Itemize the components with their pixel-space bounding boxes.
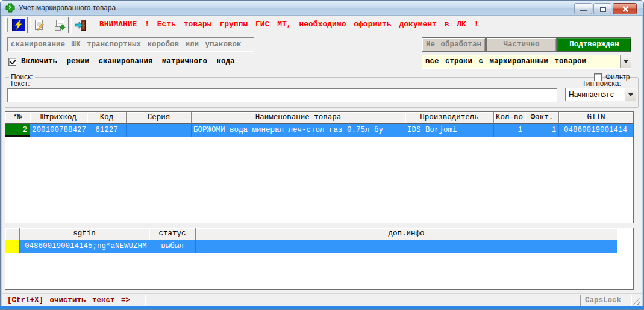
minimize-button[interactable] <box>574 3 592 14</box>
matrix-mode-label: Включить режим сканирования матричного к… <box>21 57 235 66</box>
header-filler <box>617 228 633 240</box>
column-header-num[interactable]: *№ <box>5 112 30 124</box>
info-cell <box>196 240 617 253</box>
fact-cell: 1 <box>525 124 559 137</box>
rows-filter-value: все строки с маркированным товаром <box>422 55 620 68</box>
warning-text: ВНИМАНИЕ ! Есть товары группы ГИС МТ, не… <box>99 16 479 34</box>
toolbar-grip[interactable] <box>5 18 8 32</box>
search-type-label: Тип поиска: <box>582 79 621 88</box>
series-cell <box>127 124 192 137</box>
barcode-cell: 200100788427 <box>30 124 87 137</box>
row-number-cell: 2 <box>5 124 30 137</box>
items-table: *№ Штрихкод Код Серия Наименование товар… <box>5 111 634 223</box>
edit-document-icon <box>33 19 45 31</box>
column-header-manufacturer[interactable]: Производитель <box>405 112 494 124</box>
filter-partial-button[interactable]: Частично <box>486 37 557 52</box>
sgtin-cell: 048600190014145;ng*aNEWUZHM <box>20 240 149 253</box>
column-header-code[interactable]: Код <box>87 112 127 124</box>
filter-not-processed-button[interactable]: Не обработан <box>422 37 486 52</box>
export-button[interactable] <box>51 17 69 33</box>
column-header-selector[interactable] <box>5 228 20 240</box>
column-header-gtin[interactable]: GTIN <box>559 112 633 124</box>
pharmacy-cross-icon[interactable] <box>5 3 15 13</box>
screen: Учет маркированного товара <box>0 0 644 310</box>
matrix-mode-checkbox[interactable] <box>8 58 16 66</box>
column-header-qty[interactable]: Кол-во <box>494 112 525 124</box>
resize-grip[interactable] <box>633 297 640 305</box>
chevron-down-icon <box>624 60 628 63</box>
export-document-icon <box>54 19 66 31</box>
restore-button[interactable] <box>593 3 611 14</box>
sgtin-marker-cell <box>5 240 20 253</box>
restore-icon <box>600 7 606 12</box>
search-text-label: Текст: <box>10 79 30 88</box>
clear-text-hint: [Ctrl+X] очистить текст => <box>5 294 143 307</box>
window-bottom-edge <box>0 306 644 309</box>
statusbar-divider <box>580 295 581 306</box>
column-header-status[interactable]: статус <box>149 228 196 240</box>
process-button[interactable] <box>10 17 28 33</box>
capslock-indicator: CapsLock <box>585 294 621 307</box>
search-type-value: Начинается с <box>566 88 625 101</box>
column-header-sgtin[interactable]: sgtin <box>20 228 149 240</box>
manufacturer-cell: IDS Borjomi <box>405 124 494 137</box>
search-type-dropdown[interactable]: Начинается с <box>565 88 636 101</box>
sgtin-table-header: sgtin статус доп.инфо <box>5 228 633 240</box>
code-cell: 61227 <box>87 124 127 137</box>
items-table-row[interactable]: 2 200100788427 61227 БОРЖОМИ вода минера… <box>5 124 633 137</box>
column-header-series[interactable]: Серия <box>127 112 192 124</box>
search-type-arrow-button[interactable] <box>625 88 636 101</box>
scan-mode-box: сканирование ШК транспортных коробов или… <box>7 37 254 52</box>
column-header-fact[interactable]: Факт. <box>525 112 559 124</box>
statusbar-divider <box>631 295 632 306</box>
window-controls <box>574 3 637 14</box>
search-input[interactable] <box>7 88 557 102</box>
rows-filter-dropdown[interactable]: все строки с маркированным товаром <box>422 55 631 69</box>
exit-button[interactable] <box>71 17 89 33</box>
close-button[interactable] <box>613 3 637 14</box>
statusbar-divider <box>145 295 146 306</box>
qty-cell: 1 <box>494 124 525 137</box>
toolbar: ВНИМАНИЕ ! Есть товары группы ГИС МТ, не… <box>2 16 642 34</box>
lightning-icon <box>12 19 25 31</box>
row-filler <box>617 240 633 253</box>
column-header-info[interactable]: доп.инфо <box>196 228 617 240</box>
gtin-cell: 04860019001414 <box>559 124 633 137</box>
items-table-header: *№ Штрихкод Код Серия Наименование товар… <box>5 112 633 124</box>
sgtin-table: sgtin статус доп.инфо 048600190014145;ng… <box>5 228 634 290</box>
sgtin-table-row[interactable]: 048600190014145;ng*aNEWUZHM выбыл <box>5 240 633 253</box>
status-bar: [Ctrl+X] очистить текст => CapsLock <box>2 293 642 307</box>
edit-button[interactable] <box>30 17 48 33</box>
close-icon <box>622 5 629 13</box>
status-cell: выбыл <box>149 240 196 253</box>
window-title: Учет маркированного товара <box>19 1 116 15</box>
filter-confirmed-button[interactable]: Подтвержден <box>557 37 631 52</box>
column-header-barcode[interactable]: Штрихкод <box>30 112 87 124</box>
app-window: Учет маркированного товара <box>0 0 644 310</box>
matrix-mode-row: Включить режим сканирования матричного к… <box>8 55 235 67</box>
rows-filter-arrow-button[interactable] <box>620 55 631 68</box>
chevron-down-icon <box>628 93 633 96</box>
title-bar[interactable]: Учет маркированного товара <box>1 1 643 16</box>
minimize-icon <box>580 10 587 11</box>
name-cell: БОРЖОМИ вода минерал леч-стол газ 0.75л … <box>192 124 405 137</box>
exit-door-icon <box>74 19 86 31</box>
column-header-name[interactable]: Наименование товара <box>192 112 405 124</box>
